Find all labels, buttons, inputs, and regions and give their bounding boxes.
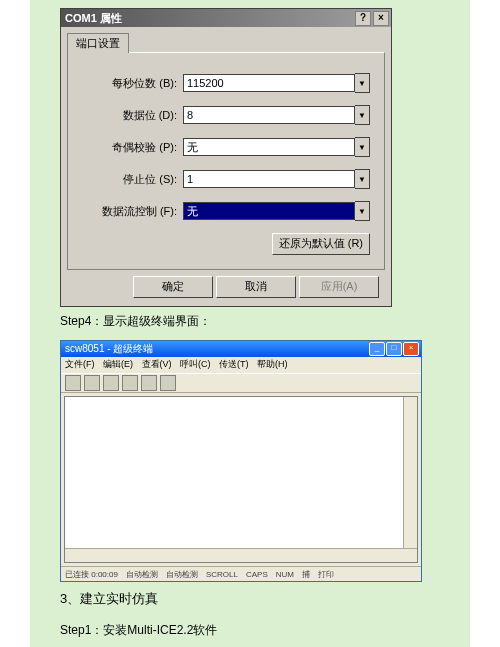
scrollbar-horizontal[interactable]: [65, 548, 417, 562]
tab-port-settings[interactable]: 端口设置: [67, 33, 129, 53]
parity-label: 奇偶校验 (P):: [82, 140, 183, 155]
status-connected: 已连接 0:00:09: [65, 569, 118, 580]
help-icon[interactable]: ?: [355, 11, 371, 26]
open-icon[interactable]: [84, 375, 100, 391]
step4-caption: Step4：显示超级终端界面：: [60, 313, 462, 330]
ht-menubar[interactable]: 文件(F) 编辑(E) 查看(V) 呼叫(C) 传送(T) 帮助(H): [61, 357, 421, 373]
row-stopbits: 停止位 (S): 1 ▼: [82, 169, 370, 189]
ht-titlebar: scw8051 - 超级终端 _ □ ×: [61, 341, 421, 357]
ht-sys-buttons: _ □ ×: [369, 342, 419, 356]
new-icon[interactable]: [65, 375, 81, 391]
flow-value[interactable]: 无: [183, 202, 355, 220]
menu-call[interactable]: 呼叫(C): [180, 359, 211, 369]
row-databits: 数据位 (D): 8 ▼: [82, 105, 370, 125]
menu-view[interactable]: 查看(V): [142, 359, 172, 369]
stopbits-combo[interactable]: 1 ▼: [183, 169, 370, 189]
row-flowcontrol: 数据流控制 (F): 无 ▼: [82, 201, 370, 221]
parity-combo[interactable]: 无 ▼: [183, 137, 370, 157]
ok-button[interactable]: 确定: [133, 276, 213, 298]
row-parity: 奇偶校验 (P): 无 ▼: [82, 137, 370, 157]
databits-combo[interactable]: 8 ▼: [183, 105, 370, 125]
menu-transfer[interactable]: 传送(T): [219, 359, 249, 369]
disconnect-icon[interactable]: [122, 375, 138, 391]
close-icon[interactable]: ×: [373, 11, 389, 26]
menu-help[interactable]: 帮助(H): [257, 359, 288, 369]
status-detect2: 自动检测: [166, 569, 198, 580]
dialog-body: 端口设置 每秒位数 (B): 115200 ▼ 数据位 (D): 8 ▼: [61, 27, 391, 306]
connect-icon[interactable]: [103, 375, 119, 391]
chevron-down-icon[interactable]: ▼: [355, 73, 370, 93]
flow-combo[interactable]: 无 ▼: [183, 201, 370, 221]
status-caps: CAPS: [246, 570, 268, 579]
databits-value[interactable]: 8: [183, 106, 355, 124]
baud-value[interactable]: 115200: [183, 74, 355, 92]
section3-heading: 3、建立实时仿真: [60, 590, 462, 608]
chevron-down-icon[interactable]: ▼: [355, 169, 370, 189]
apply-button[interactable]: 应用(A): [299, 276, 379, 298]
dialog-titlebar: COM1 属性 ? ×: [61, 9, 391, 27]
restore-row: 还原为默认值 (R): [82, 233, 370, 255]
chevron-down-icon[interactable]: ▼: [355, 105, 370, 125]
databits-label: 数据位 (D):: [82, 108, 183, 123]
stopbits-value[interactable]: 1: [183, 170, 355, 188]
ht-toolbar: [61, 373, 421, 393]
restore-defaults-button[interactable]: 还原为默认值 (R): [272, 233, 370, 255]
flow-label: 数据流控制 (F):: [82, 204, 183, 219]
menu-edit[interactable]: 编辑(E): [103, 359, 133, 369]
chevron-down-icon[interactable]: ▼: [355, 201, 370, 221]
com1-properties-dialog: COM1 属性 ? × 端口设置 每秒位数 (B): 115200 ▼: [60, 8, 392, 307]
send-icon[interactable]: [141, 375, 157, 391]
status-num: NUM: [276, 570, 294, 579]
ht-title-text: scw8051 - 超级终端: [65, 342, 153, 356]
chevron-down-icon[interactable]: ▼: [355, 137, 370, 157]
row-baud: 每秒位数 (B): 115200 ▼: [82, 73, 370, 93]
close-icon[interactable]: ×: [403, 342, 419, 356]
menu-file[interactable]: 文件(F): [65, 359, 95, 369]
parity-value[interactable]: 无: [183, 138, 355, 156]
status-print: 打印: [318, 569, 334, 580]
stopbits-label: 停止位 (S):: [82, 172, 183, 187]
cancel-button[interactable]: 取消: [216, 276, 296, 298]
step1-caption: Step1：安装Multi-ICE2.2软件: [60, 622, 462, 639]
ht-terminal-area[interactable]: [64, 396, 418, 563]
dialog-footer: 确定 取消 应用(A): [67, 270, 385, 298]
scrollbar-vertical[interactable]: [403, 397, 417, 548]
status-capture: 捕: [302, 569, 310, 580]
dialog-title-text: COM1 属性: [65, 11, 122, 26]
maximize-icon[interactable]: □: [386, 342, 402, 356]
properties-icon[interactable]: [160, 375, 176, 391]
minimize-icon[interactable]: _: [369, 342, 385, 356]
status-detect1: 自动检测: [126, 569, 158, 580]
status-scroll: SCROLL: [206, 570, 238, 579]
baud-combo[interactable]: 115200 ▼: [183, 73, 370, 93]
ht-statusbar: 已连接 0:00:09 自动检测 自动检测 SCROLL CAPS NUM 捕 …: [61, 566, 421, 581]
dialog-sys-buttons: ? ×: [355, 11, 391, 26]
baud-label: 每秒位数 (B):: [82, 76, 183, 91]
screenshot-block-1: COM1 属性 ? × 端口设置 每秒位数 (B): 115200 ▼: [30, 0, 470, 647]
hyperterminal-window: scw8051 - 超级终端 _ □ × 文件(F) 编辑(E) 查看(V) 呼…: [60, 340, 422, 582]
tab-panel: 每秒位数 (B): 115200 ▼ 数据位 (D): 8 ▼: [67, 52, 385, 270]
